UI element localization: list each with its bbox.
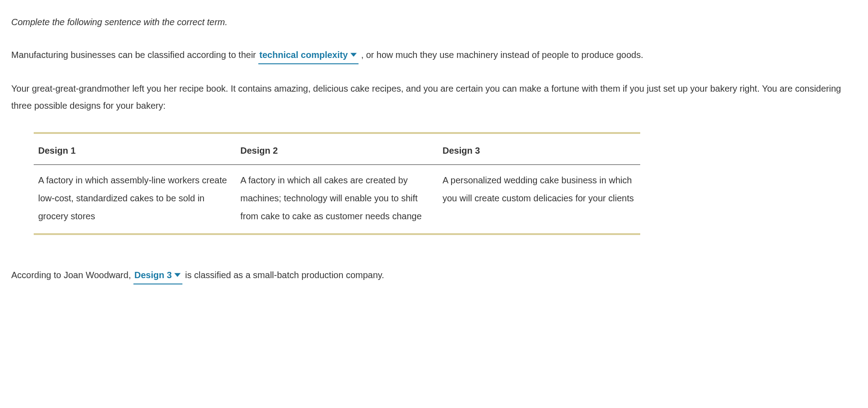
question-sentence-2: According to Joan Woodward, Design 3 is … [11, 266, 857, 284]
col-header-design-2: Design 2 [236, 134, 438, 165]
sentence1-after: , or how much they use machinery instead… [361, 50, 643, 60]
cell-design-3: A personalized wedding cake business in … [438, 165, 640, 234]
designs-table: Design 1 Design 2 Design 3 A factory in … [34, 134, 640, 233]
sentence2-before: According to Joan Woodward, [11, 270, 133, 280]
chevron-down-icon [174, 272, 181, 278]
scenario-text: Your great-great-grandmother left you he… [11, 80, 857, 114]
cell-design-2: A factory in which all cakes are created… [236, 165, 438, 234]
col-header-design-3: Design 3 [438, 134, 640, 165]
dropdown-value: Design 3 [134, 266, 172, 284]
table-bottom-bar [34, 233, 640, 235]
table-row: A factory in which assembly-line workers… [34, 165, 640, 234]
sentence2-after: is classified as a small-batch productio… [185, 270, 384, 280]
dropdown-design-choice[interactable]: Design 3 [133, 266, 182, 284]
sentence1-before: Manufacturing businesses can be classifi… [11, 50, 258, 60]
dropdown-technical-complexity[interactable]: technical complexity [258, 46, 359, 64]
dropdown-value: technical complexity [259, 46, 348, 63]
designs-table-wrap: Design 1 Design 2 Design 3 A factory in … [34, 132, 640, 235]
chevron-down-icon [350, 52, 357, 58]
table-header-row: Design 1 Design 2 Design 3 [34, 134, 640, 165]
instruction-text: Complete the following sentence with the… [11, 13, 857, 31]
cell-design-1: A factory in which assembly-line workers… [34, 165, 236, 234]
col-header-design-1: Design 1 [34, 134, 236, 165]
question-sentence-1: Manufacturing businesses can be classifi… [11, 46, 857, 64]
